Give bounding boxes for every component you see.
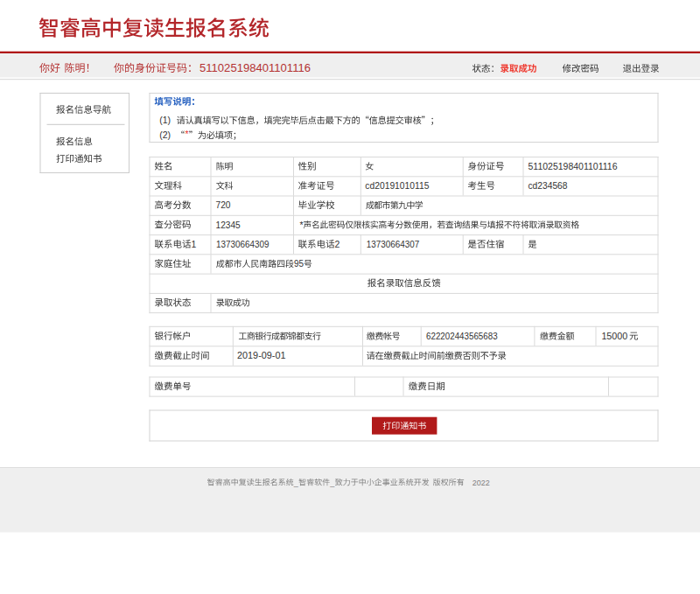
svg-text:15000: 15000 <box>601 331 627 341</box>
svg-text:95: 95 <box>294 258 304 269</box>
svg-text:*: * <box>300 220 304 230</box>
svg-text:511025198401101116: 511025198401101116 <box>528 161 618 171</box>
svg-text:2019-09-01: 2019-09-01 <box>237 350 286 360</box>
svg-text:(2): (2) <box>159 129 171 140</box>
svg-text:_: _ <box>329 479 335 487</box>
svg-text:511025198401101116: 511025198401101116 <box>200 61 311 74</box>
svg-text:13730664307: 13730664307 <box>367 239 420 249</box>
svg-text:cd234568: cd234568 <box>528 180 568 191</box>
svg-text:622202443565683: 622202443565683 <box>426 331 498 341</box>
svg-text:(1): (1) <box>159 115 171 125</box>
svg-text:13730664309: 13730664309 <box>216 239 270 249</box>
svg-text:_: _ <box>293 479 299 487</box>
svg-text:720: 720 <box>216 199 231 210</box>
svg-text:12345: 12345 <box>216 220 241 230</box>
svg-text:2: 2 <box>335 239 340 249</box>
svg-text:1: 1 <box>192 239 197 249</box>
svg-text:cd20191010115: cd20191010115 <box>365 180 429 191</box>
svg-text:*: * <box>186 129 189 139</box>
svg-text:2022: 2022 <box>472 479 490 487</box>
